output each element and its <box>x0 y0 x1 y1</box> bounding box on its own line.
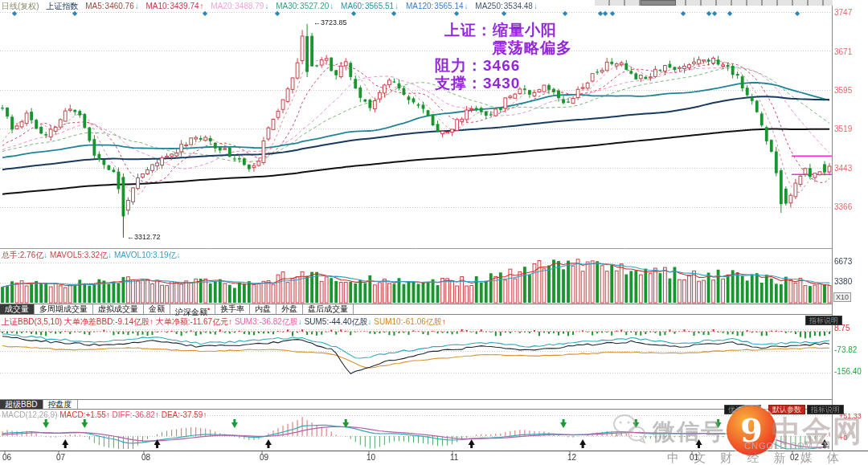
tab-inner-volume[interactable]: 内盘 <box>250 304 276 314</box>
tab-hs-amount[interactable]: 沪深金额• <box>170 304 215 314</box>
timeline-scrollbar[interactable] <box>595 0 833 6</box>
event-diamond-icon[interactable]: ◆ <box>72 10 77 17</box>
dea-label: DEA: <box>162 410 180 419</box>
volume-trend-arrow-icon: ↓ <box>43 251 47 259</box>
bbd-amount-value: -11.67亿元 <box>190 317 229 326</box>
event-diamond-icon[interactable]: ◆ <box>563 10 567 17</box>
ma30-trend-arrow-icon: ↓ <box>330 2 334 10</box>
event-diamond-icon[interactable]: ◆ <box>681 10 686 17</box>
bbd-net-label: 大单净差BBD: <box>64 317 115 326</box>
macd-indicator-help-button[interactable]: 指标说明 <box>807 405 844 414</box>
mavol5-value: 3.32亿 <box>84 251 108 259</box>
ma30-value: 3527.20 <box>300 2 329 10</box>
event-diamond-icon[interactable]: ◆ <box>610 10 615 17</box>
x-axis-month: 02 <box>790 453 799 462</box>
x-axis-month: 07 <box>56 453 65 462</box>
volume-header: 总手:2.76亿↓ MAVOL5:3.32亿↓ MAVOL10:3.19亿↓ <box>2 250 181 261</box>
default-params-button[interactable]: 默认参数 <box>768 405 805 414</box>
sum3-value: -36.82亿股 <box>259 317 297 326</box>
price-axis-label: 3595 <box>834 86 852 95</box>
mavol10-trend-arrow-icon: ↓ <box>177 251 181 259</box>
tab-outer-volume[interactable]: 外盘 <box>276 304 303 314</box>
volume-unit-badge: X10 <box>833 292 851 302</box>
ma250-value: 3534.48 <box>504 2 533 10</box>
bbd-net-arrow-icon: ↑ <box>149 317 154 326</box>
event-diamond-icon[interactable]: ◆ <box>795 10 800 17</box>
tab-multi-period-volume[interactable]: 多周期成交量 <box>35 304 93 314</box>
price-axis-label: 3443 <box>834 164 852 173</box>
ma60-value: 3565.51 <box>365 2 394 10</box>
tab-after-hours-volume[interactable]: 盘后成交量 <box>303 304 354 314</box>
event-diamond-icon[interactable]: ◆ <box>712 10 717 17</box>
diff-value: -36.82 <box>133 410 155 419</box>
price-axis-label: 3366 <box>834 202 852 211</box>
event-diamond-icon[interactable]: ◆ <box>203 10 207 17</box>
sum10-arrow-icon: ↑ <box>442 317 446 326</box>
scrollbar-thumb[interactable] <box>641 0 676 6</box>
x-axis-month: 06 <box>2 453 11 462</box>
ma250-trend-arrow-icon: ↓ <box>534 2 538 10</box>
event-diamond-icon[interactable]: ◆ <box>351 10 356 17</box>
x-axis-month: 09 <box>260 453 268 462</box>
sum10-value: -61.06亿股 <box>403 317 441 326</box>
period-label: 日线(复权) <box>2 2 39 10</box>
diff-label: DIFF: <box>113 410 133 419</box>
dea-arrow-icon: ↑ <box>203 410 207 419</box>
tab-volume[interactable]: 成交量 <box>0 304 35 314</box>
sum5-arrow-icon: ↓ <box>368 317 372 326</box>
new-badge-dot-icon: • <box>207 305 210 313</box>
x-axis-month: 08 <box>141 453 150 462</box>
bbd-indicator-help-button[interactable]: 指标说明 <box>805 316 842 325</box>
sum5-label: SUM5: <box>305 317 330 326</box>
event-diamond-icon[interactable]: ◆ <box>603 10 608 17</box>
tab-amount[interactable]: 金额 <box>144 304 170 314</box>
x-axis-month: 01 <box>690 453 698 462</box>
macd-header: MACD(12,26,9) MACD:+1.55↑ DIFF:-36.82↑ D… <box>2 410 207 419</box>
macd-label: MACD: <box>59 410 85 419</box>
stock-chart-window: 日线(复权) 上证指数 MA5:3460.76↓ MA10:3439.74↑ M… <box>0 0 868 465</box>
tab-super-bbd[interactable]: 超级BBD <box>0 400 43 409</box>
high-price-callout: ←3723.85 <box>313 18 347 27</box>
ma120-trend-arrow-icon: ↓ <box>465 2 469 10</box>
x-axis-month: 12 <box>567 453 576 462</box>
event-diamond-icon[interactable]: ◆ <box>706 10 711 17</box>
ma5-label: MA5: <box>85 2 104 10</box>
event-diamond-icon[interactable]: ◆ <box>12 10 17 17</box>
dea-value: -37.59 <box>180 410 203 419</box>
tab-virtual-volume[interactable]: 虚拟成交量 <box>93 304 144 314</box>
event-diamond-icon[interactable]: ◆ <box>391 10 396 17</box>
volume-axis-label: 6673 <box>834 257 852 266</box>
event-diamond-icon[interactable]: ◆ <box>727 10 732 17</box>
price-axis-label: 3671 <box>834 47 852 56</box>
ma20-label: MA20: <box>211 2 234 10</box>
event-diamond-icon[interactable]: ◆ <box>502 10 506 17</box>
volume-value: 2.76亿 <box>20 251 43 259</box>
macd-arrow-icon: ↑ <box>106 410 110 419</box>
sum5-value: -44.40亿股 <box>329 317 367 326</box>
ma20-value: 3488.79 <box>235 2 264 10</box>
event-diamond-icon[interactable]: ◆ <box>454 10 459 17</box>
event-diamond-icon[interactable]: ◆ <box>275 10 280 17</box>
bbd-tab-bar: 超级BBD 控盘度 <box>0 399 832 410</box>
macd-axis-label: +0 <box>839 434 847 442</box>
tab-control-degree[interactable]: 控盘度 <box>43 400 78 409</box>
bbd-axis-label: -156.40 <box>834 367 862 376</box>
tab-hs-amount-label: 沪深金额 <box>175 308 207 316</box>
volume-tab-bar: 成交量 多周期成交量 虚拟成交量 金额 沪深金额• 换手率 内盘 外盘 盘后成交… <box>0 304 832 315</box>
ma20-trend-arrow-icon: ↓ <box>264 2 268 10</box>
mavol5-trend-arrow-icon: ↓ <box>108 251 112 259</box>
mavol5-label: MAVOL5: <box>50 251 84 259</box>
annotation-support: 支撑：3430 <box>435 73 520 94</box>
sum10-label: SUM10: <box>374 317 403 326</box>
macd-title: MACD(12,26,9) <box>2 410 57 419</box>
tab-turnover-rate[interactable]: 换手率 <box>215 304 250 314</box>
bbd-header: 上证BBD(3,5,10) 大单净差BBD:-9.14亿股↑ 大单净额:-11.… <box>2 316 446 328</box>
bbd-amount-label: 大单净额: <box>156 317 190 326</box>
sum3-label: SUM3: <box>235 317 260 326</box>
low-price-callout: ←3312.72 <box>127 233 161 241</box>
bbd-amount-arrow-icon: ↑ <box>228 317 232 326</box>
x-axis-month: 10 <box>366 453 375 462</box>
ma5-trend-arrow-icon: ↓ <box>135 2 139 10</box>
ma120-label: MA120: <box>406 2 433 10</box>
optimize-params-button[interactable]: 优选参数 <box>724 405 761 414</box>
